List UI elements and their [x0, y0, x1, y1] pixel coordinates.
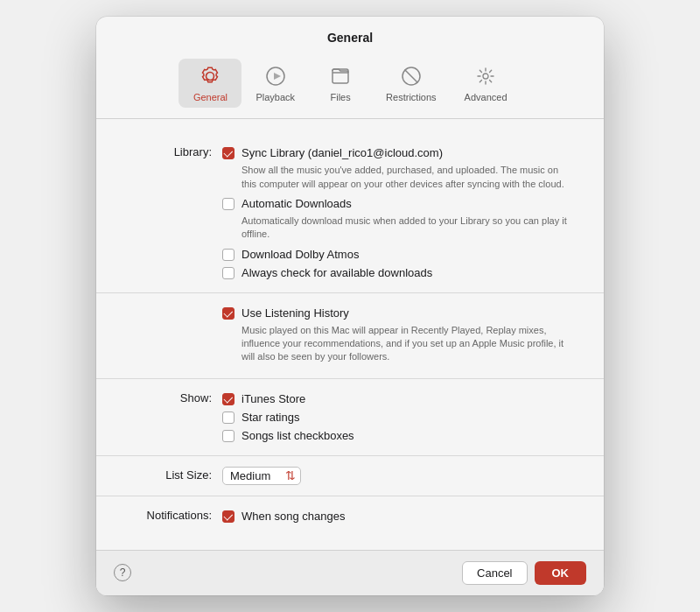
- show-section: Show: iTunes Store Star ratings Songs li…: [96, 379, 604, 456]
- auto-downloads-checkbox[interactable]: [222, 198, 234, 210]
- itunes-store-check-row: iTunes Store: [222, 390, 305, 408]
- advanced-icon: [473, 64, 498, 88]
- listening-history-desc: Music played on this Mac will appear in …: [242, 324, 574, 364]
- footer-buttons: Cancel OK: [462, 561, 586, 585]
- toolbar: General Playback Files: [96, 52, 604, 119]
- tab-advanced[interactable]: Advanced: [451, 59, 522, 108]
- tab-restrictions-label: Restrictions: [386, 92, 436, 102]
- when-song-changes-text: When song changes: [242, 510, 346, 523]
- library-options: Sync Library (daniel_rico1@icloud.com) S…: [222, 144, 583, 282]
- history-row: Use Listening History Music played on th…: [96, 300, 604, 371]
- listening-history-checkbox[interactable]: [222, 307, 234, 320]
- show-row: Show: iTunes Store Star ratings Songs li…: [96, 386, 604, 448]
- tab-playback[interactable]: Playback: [242, 59, 309, 108]
- cancel-button[interactable]: Cancel: [462, 561, 527, 585]
- notifications-label: Notifications:: [117, 507, 222, 522]
- dialog-footer: ? Cancel OK: [96, 550, 604, 595]
- ok-button[interactable]: OK: [535, 561, 587, 585]
- dolby-atmos-checkbox[interactable]: [222, 249, 234, 261]
- star-ratings-checkbox[interactable]: [222, 412, 234, 424]
- svg-marker-1: [274, 73, 281, 80]
- sync-library-check-row: Sync Library (daniel_rico1@icloud.com): [222, 144, 443, 162]
- auto-downloads-text: Automatic Downloads: [242, 197, 352, 210]
- sync-library-desc: Show all the music you've added, purchas…: [242, 164, 574, 191]
- svg-point-5: [483, 74, 488, 79]
- list-size-control: Small Medium Large ⇅: [222, 467, 583, 485]
- dolby-atmos-text: Download Dolby Atmos: [242, 248, 359, 261]
- dialog-title: General: [96, 17, 604, 52]
- tab-playback-label: Playback: [256, 92, 295, 102]
- check-downloads-checkbox[interactable]: [222, 267, 234, 279]
- help-button[interactable]: ?: [114, 564, 131, 581]
- sync-library-text: Sync Library (daniel_rico1@icloud.com): [242, 146, 443, 159]
- preferences-dialog: General General Playback: [96, 17, 604, 595]
- general-gear-icon: [198, 64, 222, 88]
- sync-library-row: Library: Sync Library (daniel_rico1@iclo…: [96, 140, 604, 285]
- list-size-section: List Size: Small Medium Large ⇅: [96, 456, 604, 496]
- auto-downloads-desc: Automatically download music when added …: [242, 215, 574, 242]
- star-ratings-text: Star ratings: [242, 411, 299, 424]
- listening-history-text: Use Listening History: [242, 306, 349, 320]
- listening-history-check-row: Use Listening History: [222, 304, 349, 322]
- sync-library-checkbox[interactable]: [222, 147, 234, 159]
- tab-files-label: Files: [330, 92, 350, 102]
- svg-line-4: [404, 70, 417, 83]
- auto-downloads-check-row: Automatic Downloads: [222, 194, 352, 213]
- itunes-store-text: iTunes Store: [242, 392, 305, 405]
- tab-advanced-label: Advanced: [465, 92, 508, 102]
- when-song-changes-checkbox[interactable]: [222, 510, 234, 523]
- list-size-row: List Size: Small Medium Large ⇅: [96, 463, 604, 489]
- check-downloads-text: Always check for available downloads: [242, 266, 432, 279]
- list-size-select[interactable]: Small Medium Large: [222, 467, 301, 485]
- library-section: Library: Sync Library (daniel_rico1@iclo…: [96, 133, 604, 293]
- when-song-changes-check-row: When song changes: [222, 507, 346, 525]
- list-size-dropdown-wrapper: Small Medium Large ⇅: [222, 467, 301, 485]
- notifications-options: When song changes: [222, 507, 583, 525]
- tab-general-label: General: [193, 92, 228, 102]
- itunes-store-checkbox[interactable]: [222, 393, 234, 405]
- songs-checkboxes-check-row: Songs list checkboxes: [222, 426, 354, 445]
- songs-checkboxes-text: Songs list checkboxes: [242, 429, 354, 442]
- check-downloads-check-row: Always check for available downloads: [222, 264, 432, 282]
- tab-files[interactable]: Files: [309, 59, 372, 108]
- list-size-label: List Size:: [117, 467, 222, 482]
- tab-general[interactable]: General: [178, 59, 242, 108]
- songs-checkboxes-checkbox[interactable]: [222, 430, 234, 442]
- restrictions-icon: [399, 64, 424, 88]
- notifications-row: Notifications: When song changes: [96, 503, 604, 529]
- star-ratings-check-row: Star ratings: [222, 408, 299, 426]
- history-options: Use Listening History Music played on th…: [222, 304, 583, 368]
- notifications-section: Notifications: When song changes: [96, 496, 604, 536]
- history-section: Use Listening History Music played on th…: [96, 293, 604, 379]
- content-area: Library: Sync Library (daniel_rico1@iclo…: [96, 119, 604, 550]
- show-label: Show:: [117, 390, 222, 404]
- files-icon: [328, 64, 353, 88]
- tab-restrictions[interactable]: Restrictions: [372, 59, 450, 108]
- show-options: iTunes Store Star ratings Songs list che…: [222, 390, 583, 445]
- library-label: Library:: [117, 144, 222, 158]
- playback-icon: [263, 64, 288, 88]
- dolby-atmos-check-row: Download Dolby Atmos: [222, 245, 359, 264]
